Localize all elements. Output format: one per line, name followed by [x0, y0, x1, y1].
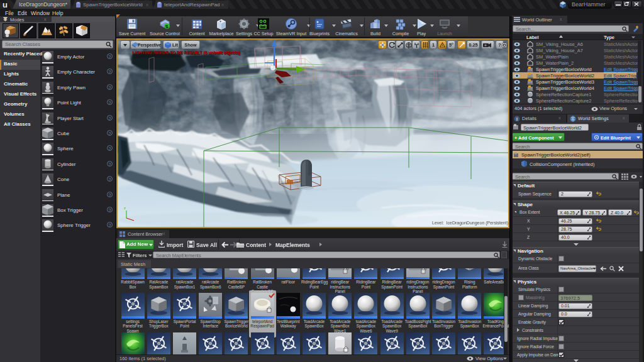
svg-text:z: z [124, 206, 126, 210]
svg-text:▾: ▾ [219, 19, 221, 23]
svg-text:u: u [3, 0, 8, 9]
svg-text:i: i [516, 117, 518, 121]
svg-text:⇅: ⇅ [165, 25, 169, 29]
